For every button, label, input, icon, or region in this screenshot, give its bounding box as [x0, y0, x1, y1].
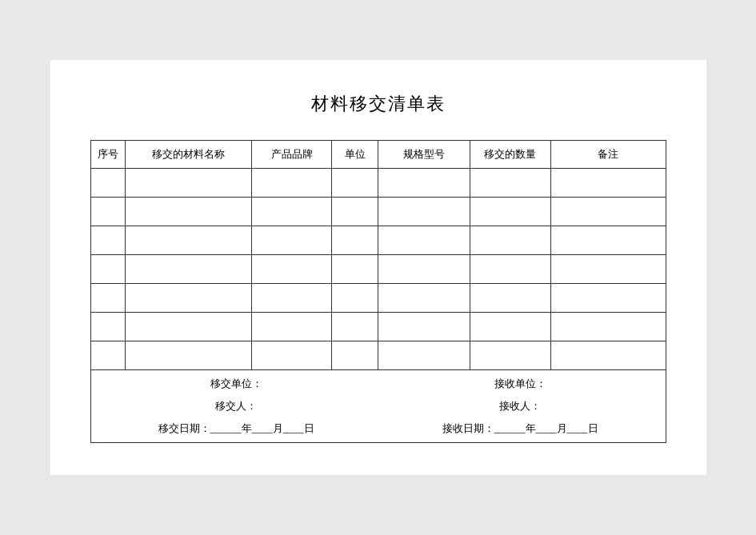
transfer-date-template: ______年____月____日: [210, 422, 314, 434]
table-row: [90, 313, 666, 341]
cell-6-4: [378, 341, 470, 370]
receive-date-row: 接收日期：______年____月____日: [378, 421, 662, 436]
cell-1-4: [378, 198, 470, 226]
footer-right: 接收单位： 接收人： 接收日期：______年____月____日: [378, 377, 662, 436]
cell-4-1: [125, 284, 251, 313]
header-remark: 备注: [550, 141, 666, 169]
header-qty: 移交的数量: [470, 141, 551, 169]
table-row: [90, 341, 666, 370]
cell-3-2: [251, 255, 332, 284]
receive-date-label: 接收日期：: [442, 422, 494, 434]
receive-person-label: 接收人：: [378, 399, 662, 413]
table-row: [90, 284, 666, 313]
transfer-date-row: 移交日期：______年____月____日: [94, 421, 378, 436]
cell-5-6: [550, 313, 666, 341]
cell-4-4: [378, 284, 470, 313]
cell-2-2: [251, 226, 332, 255]
transfer-unit-label: 移交单位：: [94, 377, 378, 391]
table-row: [90, 255, 666, 284]
cell-0-2: [251, 169, 332, 198]
cell-5-5: [470, 313, 551, 341]
cell-4-6: [550, 284, 666, 313]
header-seq: 序号: [90, 141, 125, 169]
cell-6-1: [125, 341, 251, 370]
footer-cell: 移交单位： 移交人： 移交日期：______年____月____日 接收单位： …: [90, 370, 666, 443]
document-title: 材料移交清单表: [90, 92, 666, 116]
cell-5-0: [90, 313, 125, 341]
receive-date-template: ______年____月____日: [494, 422, 598, 434]
cell-5-3: [332, 313, 378, 341]
cell-0-0: [90, 169, 125, 198]
document-page: 材料移交清单表 序号 移交的材料名称 产品品牌 单位 规格型号 移交的数量 备注: [50, 60, 706, 475]
header-unit: 单位: [332, 141, 378, 169]
cell-3-6: [550, 255, 666, 284]
cell-2-4: [378, 226, 470, 255]
cell-4-5: [470, 284, 551, 313]
cell-2-0: [90, 226, 125, 255]
cell-3-5: [470, 255, 551, 284]
cell-0-6: [550, 169, 666, 198]
cell-6-6: [550, 341, 666, 370]
header-spec: 规格型号: [378, 141, 470, 169]
cell-2-1: [125, 226, 251, 255]
footer-grid: 移交单位： 移交人： 移交日期：______年____月____日 接收单位： …: [94, 377, 662, 436]
cell-4-2: [251, 284, 332, 313]
cell-3-0: [90, 255, 125, 284]
transfer-person-label: 移交人：: [94, 399, 378, 413]
cell-2-6: [550, 226, 666, 255]
cell-1-3: [332, 198, 378, 226]
cell-4-3: [332, 284, 378, 313]
cell-1-6: [550, 198, 666, 226]
table-header-row: 序号 移交的材料名称 产品品牌 单位 规格型号 移交的数量 备注: [90, 141, 666, 169]
table-row: [90, 198, 666, 226]
cell-2-3: [332, 226, 378, 255]
cell-0-3: [332, 169, 378, 198]
cell-1-0: [90, 198, 125, 226]
receive-unit-label: 接收单位：: [378, 377, 662, 391]
cell-6-0: [90, 341, 125, 370]
table-row: [90, 226, 666, 255]
cell-6-5: [470, 341, 551, 370]
materials-table: 序号 移交的材料名称 产品品牌 单位 规格型号 移交的数量 备注 移交单位： 移…: [90, 140, 666, 443]
cell-0-1: [125, 169, 251, 198]
cell-0-4: [378, 169, 470, 198]
header-name: 移交的材料名称: [125, 141, 251, 169]
cell-5-2: [251, 313, 332, 341]
cell-6-2: [251, 341, 332, 370]
cell-1-2: [251, 198, 332, 226]
table-row: [90, 169, 666, 198]
cell-1-5: [470, 198, 551, 226]
cell-4-0: [90, 284, 125, 313]
transfer-date-label: 移交日期：: [158, 422, 210, 434]
footer-left: 移交单位： 移交人： 移交日期：______年____月____日: [94, 377, 378, 436]
cell-3-4: [378, 255, 470, 284]
cell-0-5: [470, 169, 551, 198]
cell-5-4: [378, 313, 470, 341]
footer-row: 移交单位： 移交人： 移交日期：______年____月____日 接收单位： …: [90, 370, 666, 443]
cell-3-3: [332, 255, 378, 284]
cell-6-3: [332, 341, 378, 370]
cell-5-1: [125, 313, 251, 341]
header-brand: 产品品牌: [251, 141, 332, 169]
cell-1-1: [125, 198, 251, 226]
cell-3-1: [125, 255, 251, 284]
cell-2-5: [470, 226, 551, 255]
